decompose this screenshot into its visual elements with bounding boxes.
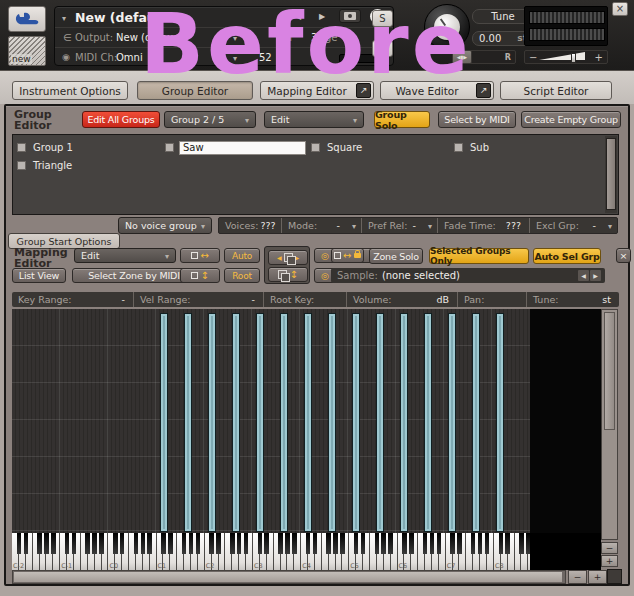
voice-param-dropdown-arrow[interactable]	[428, 220, 437, 231]
black-key[interactable]	[388, 533, 393, 554]
black-key[interactable]	[361, 533, 366, 554]
detach-window-icon[interactable]	[476, 83, 491, 98]
root-key-button[interactable]: Root	[224, 268, 260, 283]
black-key[interactable]	[485, 533, 490, 554]
lock-zone-button[interactable]: ↔	[331, 248, 364, 263]
black-key[interactable]	[499, 533, 504, 554]
instrument-collapse-arrow[interactable]	[62, 12, 66, 23]
black-key[interactable]	[381, 533, 386, 554]
create-empty-group-button[interactable]: Create Empty Group	[521, 111, 621, 128]
voice-param-voices[interactable]: Voices:???	[219, 218, 281, 233]
black-key[interactable]	[285, 533, 290, 554]
black-key[interactable]	[258, 533, 263, 554]
black-key[interactable]	[402, 533, 407, 554]
close-instrument-button[interactable]: ×	[612, 2, 628, 16]
group-checkbox[interactable]	[454, 143, 463, 152]
black-key[interactable]	[168, 533, 173, 554]
zoom-in-vertical-button[interactable]: +	[601, 555, 618, 567]
group-list-scrollbar-thumb[interactable]	[606, 138, 616, 210]
black-key[interactable]	[209, 533, 214, 554]
black-key[interactable]	[437, 533, 442, 554]
tab-instrument-options[interactable]: Instrument Options	[12, 81, 128, 100]
black-key[interactable]	[237, 533, 242, 554]
black-key[interactable]	[278, 533, 283, 554]
tune-value[interactable]: 0.00	[479, 32, 501, 45]
black-key[interactable]	[24, 533, 29, 554]
zone[interactable]	[233, 314, 239, 531]
black-key[interactable]	[519, 533, 524, 554]
volume-handle[interactable]	[571, 53, 576, 63]
group-selector-dropdown[interactable]: Group 2 / 5	[164, 111, 256, 128]
black-key[interactable]	[120, 533, 125, 554]
sample-prev-icon[interactable]: ◀	[578, 270, 589, 281]
midi-ch-value[interactable]: Omni	[116, 52, 143, 63]
tab-script-editor[interactable]: Script Editor	[500, 81, 612, 100]
zoom-out-vertical-button[interactable]: −	[601, 542, 618, 554]
zone[interactable]	[425, 314, 431, 531]
voice-param-fade-time[interactable]: Fade Time:???	[437, 218, 529, 233]
black-key[interactable]	[44, 533, 49, 554]
black-key[interactable]	[92, 533, 97, 554]
volume-slider[interactable]: − +	[524, 50, 608, 64]
zone[interactable]	[281, 314, 287, 531]
group-solo-button[interactable]: Group Solo	[374, 111, 430, 128]
close-mapping-editor-button[interactable]: ×	[616, 248, 631, 263]
group-name-input[interactable]: Saw	[179, 141, 306, 155]
black-key[interactable]	[113, 533, 118, 554]
new-instrument-button[interactable]: new	[8, 36, 46, 66]
group-item[interactable]: Group 1	[17, 140, 73, 155]
black-key[interactable]	[340, 533, 345, 554]
voice-param-excl-grp[interactable]: Excl Grp:-	[529, 218, 617, 233]
group-item[interactable]: Triangle	[17, 158, 72, 173]
group-checkbox[interactable]	[311, 143, 320, 152]
zone[interactable]	[305, 314, 311, 531]
zone[interactable]	[353, 314, 359, 531]
voice-param-dropdown-arrow[interactable]	[608, 220, 617, 231]
voice-param-pref-rel[interactable]: Pref Rel:-	[361, 218, 437, 233]
black-key[interactable]	[196, 533, 201, 554]
black-key[interactable]	[423, 533, 428, 554]
black-key[interactable]	[375, 533, 380, 554]
vertical-scrollbar[interactable]	[601, 309, 618, 540]
black-key[interactable]	[230, 533, 235, 554]
black-key[interactable]	[85, 533, 90, 554]
group-item[interactable]: Sub	[454, 140, 489, 155]
auto-sel-grp-button[interactable]: Auto Sel Grp	[533, 248, 601, 264]
black-key[interactable]	[99, 533, 104, 554]
resize-zone-vertical-button[interactable]: ↕	[180, 268, 220, 283]
horizontal-scrollbar-thumb[interactable]	[14, 572, 562, 582]
black-key[interactable]	[147, 533, 152, 554]
black-key[interactable]	[471, 533, 476, 554]
black-key[interactable]	[333, 533, 338, 554]
selected-groups-only-button[interactable]: Selected Groups Only	[429, 248, 529, 264]
move-zone-horizontal-button[interactable]: ◀▶	[268, 250, 308, 265]
zoom-out-horizontal-button[interactable]: −	[568, 570, 587, 584]
voice-group-dropdown[interactable]: No voice group	[118, 217, 212, 234]
zone[interactable]	[161, 314, 167, 531]
volume-plus[interactable]: +	[595, 52, 603, 63]
group-checkbox[interactable]	[165, 143, 174, 152]
black-key[interactable]	[505, 533, 510, 554]
instrument-edit-wrench-button[interactable]	[8, 6, 46, 32]
black-key[interactable]	[161, 533, 166, 554]
black-key[interactable]	[216, 533, 221, 554]
zone[interactable]	[449, 314, 455, 531]
black-key[interactable]	[189, 533, 194, 554]
vertical-scrollbar-thumb[interactable]	[604, 312, 615, 430]
black-key[interactable]	[141, 533, 146, 554]
black-key[interactable]	[37, 533, 42, 554]
zone[interactable]	[209, 314, 215, 531]
voice-param-dropdown-arrow[interactable]	[352, 220, 361, 231]
black-key[interactable]	[182, 533, 187, 554]
black-key[interactable]	[292, 533, 297, 554]
group-checkbox[interactable]	[17, 161, 26, 170]
zoom-in-horizontal-button[interactable]: +	[588, 570, 607, 584]
select-by-midi-button[interactable]: Select by MIDI	[438, 111, 516, 128]
zone[interactable]	[401, 314, 407, 531]
black-key[interactable]	[450, 533, 455, 554]
horizontal-scrollbar[interactable]	[12, 570, 566, 584]
black-key[interactable]	[526, 533, 530, 554]
black-key[interactable]	[306, 533, 311, 554]
auto-map-button[interactable]: Auto	[224, 248, 260, 263]
group-checkbox[interactable]	[17, 143, 26, 152]
